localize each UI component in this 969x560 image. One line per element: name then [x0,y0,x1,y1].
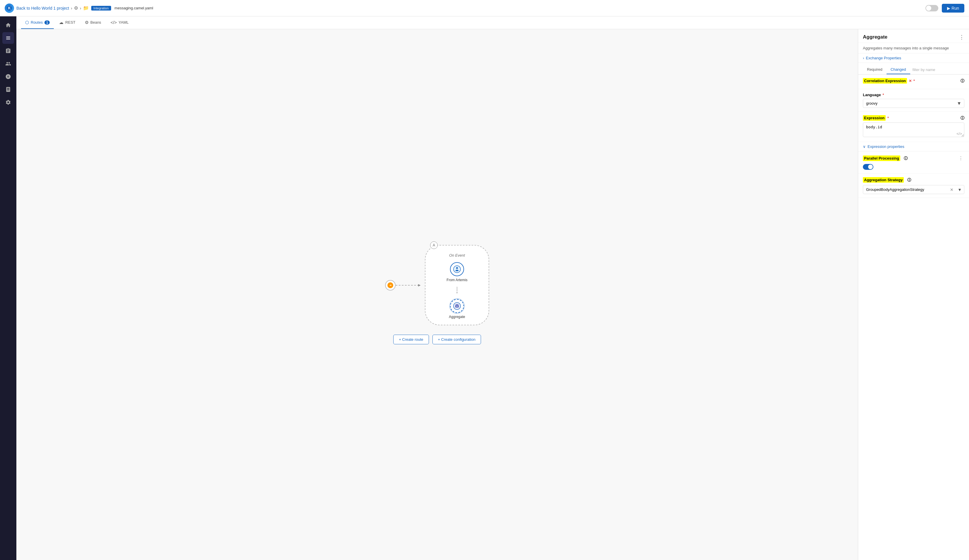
integration-badge: Integration [91,6,111,10]
sidebar-item-settings[interactable] [2,96,14,108]
aggregation-select-area: GroupedBodyAggregationStrategy UseLatest… [863,185,964,194]
expression-label-row: Expression * ⓘ [863,115,964,121]
create-configuration-button[interactable]: + Create configuration [433,335,481,344]
correlation-info-icon[interactable]: ⓘ [961,78,964,83]
filename: messaging.camel.yaml [115,6,153,10]
node-aggregate[interactable]: Aggregate [449,299,465,319]
aggregation-info-icon[interactable]: ⓘ [907,178,911,183]
svg-point-3 [456,267,458,269]
svg-rect-9 [456,306,458,307]
artemis-circle [450,262,464,276]
start-node[interactable] [385,280,396,291]
run-toggle[interactable] [926,5,938,12]
expression-required: * [887,116,889,120]
aggregation-arrow: ▼ [955,187,964,192]
main-container: ⬡ Routes 1 ☁ REST ⚙ Beans </> YAML [0,17,969,560]
routes-tab-icon: ⬡ [25,20,29,25]
canvas-content: ▶ A On Event [17,29,858,560]
svg-text:K: K [8,6,11,10]
node-artemis[interactable]: From Artemis [446,262,467,282]
svg-rect-4 [456,270,458,271]
tab-yaml[interactable]: </> YAML [107,17,133,29]
header-left: K Back to Hello World 1 project › ⚙ › 📁 … [5,3,153,13]
sidebar-item-home[interactable] [2,19,14,31]
aggregation-select[interactable]: GroupedBodyAggregationStrategy UseLatest… [863,185,948,194]
svg-point-8 [457,305,458,306]
parallel-processing-label: Parallel Processing ⓘ [863,156,907,161]
aggregation-strategy-label: Aggregation Strategy ⓘ [863,177,911,183]
arrow-right1: ▶ [418,283,420,287]
tab-beans-label: Beans [90,20,101,25]
beans-tab-icon: ⚙ [85,20,88,25]
rest-tab-icon: ☁ [59,20,63,25]
svg-point-2 [453,266,461,273]
tab-beans[interactable]: ⚙ Beans [81,17,105,29]
run-button[interactable]: ▶ Run [942,4,964,13]
panel-title: Aggregate [863,34,887,40]
expression-label-text: Expression [863,115,886,121]
flow-box-wrapper: A On Event [425,245,489,325]
sidebar-item-users[interactable] [2,58,14,70]
a-label: A [430,241,438,249]
gear-icon: ⚙ [74,5,78,11]
parallel-toggle[interactable] [863,164,873,170]
canvas-area: ▶ A On Event [17,29,858,560]
icon-sidebar [0,17,17,560]
language-label: Language * [863,93,964,97]
tab-rest-label: REST [65,20,75,25]
folder-icon: 📁 [83,5,89,11]
tab-rest[interactable]: ☁ REST [55,17,80,29]
svg-point-7 [456,305,456,306]
right-panel: Aggregate ⋮ Aggregates many messages int… [858,29,969,560]
parallel-label-text: Parallel Processing [863,156,900,161]
correlation-label-text: Correlation Expression [863,78,907,83]
language-field-group: Language * groovy javascript simple xpat… [858,89,969,111]
exchange-properties-link[interactable]: › Exchange Properties [858,53,969,63]
expression-field-group: Expression * ⓘ body.id </> [858,111,969,142]
aggregate-label: Aggregate [449,315,465,319]
sidebar-item-docs[interactable] [2,83,14,95]
sidebar-item-clipboard[interactable] [2,45,14,57]
start-node-inner [388,282,393,288]
expression-textarea-wrap: body.id </> [863,123,964,138]
aggregation-strategy-group: Aggregation Strategy ⓘ GroupedBodyAggreg… [858,174,969,198]
top-header: K Back to Hello World 1 project › ⚙ › 📁 … [0,0,969,17]
routes-badge: 1 [45,20,50,25]
content-area: ⬡ Routes 1 ☁ REST ⚙ Beans </> YAML [17,17,969,560]
panel-tab-changed[interactable]: Changed [887,65,910,74]
sidebar-item-integrations[interactable] [2,71,14,82]
breadcrumb-sep1: › [71,6,72,10]
expression-properties-link[interactable]: ∨ Expression properties [858,142,969,151]
breadcrumb: Back to Hello World 1 project › ⚙ › 📁 [17,5,89,11]
aggregation-label-text: Aggregation Strategy [863,177,904,183]
parallel-info-icon[interactable]: ⓘ [904,156,907,161]
expression-textarea[interactable]: body.id [863,123,964,137]
back-link[interactable]: Back to Hello World 1 project [17,6,69,10]
tabs-bar: ⬡ Routes 1 ☁ REST ⚙ Beans </> YAML [17,17,969,29]
svg-rect-10 [457,304,457,304]
parallel-field-actions: ⋮ [957,155,964,162]
panel-header: Aggregate ⋮ [858,29,969,43]
tab-yaml-label: YAML [119,20,129,25]
code-editor-icon[interactable]: </> [956,131,962,136]
parallel-action-btn[interactable]: ⋮ [957,155,964,162]
tab-routes[interactable]: ⬡ Routes 1 [21,17,54,29]
expression-info-icon[interactable]: ⓘ [961,115,964,121]
connector-h1: ▶ [396,285,419,286]
aggregation-clear-button[interactable]: ✕ [948,187,955,192]
sidebar-item-routes[interactable] [2,32,14,44]
create-route-button[interactable]: + Create route [393,335,429,344]
aggregation-select-wrap: GroupedBodyAggregationStrategy UseLatest… [863,185,964,194]
panel-tabs: Required Changed [858,63,969,75]
language-select[interactable]: groovy javascript simple xpath jq [863,99,964,108]
parallel-toggle-row [863,164,964,170]
panel-tab-required[interactable]: Required [863,65,887,74]
correlation-expression-group: Correlation Expression ✕ * ⓘ [858,75,969,89]
expr-props-chevron: ∨ [863,145,866,149]
svg-rect-6 [455,304,459,307]
correlation-clear-icon[interactable]: ✕ [909,79,912,83]
filter-input[interactable] [910,65,964,74]
header-right: ▶ Run [926,4,964,13]
route-container: ▶ A On Event [385,245,489,325]
panel-menu-button[interactable]: ⋮ [959,34,964,40]
